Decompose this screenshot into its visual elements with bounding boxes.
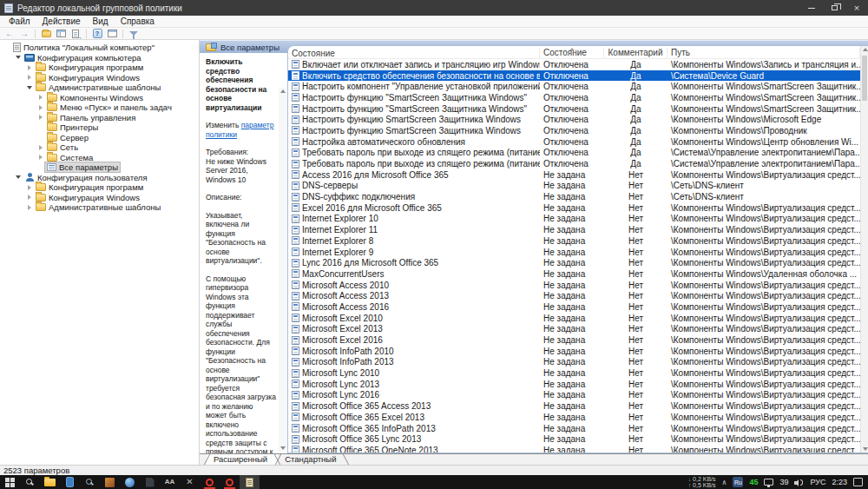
help-button[interactable]: ?: [90, 29, 104, 39]
tree-item[interactable]: Конфигурация пользователя: [0, 173, 199, 183]
Microsoft Office 365 Lync 2013[interactable]: Microsoft Office 365 Lync 2013 Не задана…: [288, 433, 860, 445]
DNS-серверы[interactable]: DNS-серверы Не задана Нет \Сеть\DNS-клие…: [288, 181, 860, 192]
Microsoft Lync 2013[interactable]: Microsoft Lync 2013 Не задана Нет \Компо…: [288, 379, 860, 390]
tree-item[interactable]: Конфигурация Windows: [0, 193, 199, 203]
tree-expand-arrow[interactable]: [25, 195, 34, 200]
tree-item[interactable]: Конфигурация программ: [0, 182, 199, 193]
volume-icon[interactable]: [794, 479, 804, 486]
column-header-path[interactable]: Путь: [667, 48, 860, 58]
Microsoft Office 365 InfoPath 2013[interactable]: Microsoft Office 365 InfoPath 2013 Не за…: [288, 423, 860, 434]
back-button[interactable]: ←: [3, 29, 16, 39]
scrollbar-thumb[interactable]: [862, 56, 867, 101]
close-button[interactable]: ×: [845, 0, 868, 16]
DNS-суффикс подключения[interactable]: DNS-суффикс подключения Не задана Нет \С…: [288, 191, 860, 202]
tree-item[interactable]: Конфигурация Windows: [0, 73, 199, 83]
tree-expand-arrow[interactable]: [25, 86, 34, 89]
menu-item[interactable]: Справка: [115, 17, 161, 26]
tree-expand-arrow[interactable]: [36, 145, 45, 150]
tree-item[interactable]: Принтеры: [0, 122, 199, 133]
column-header-setting[interactable]: Состояние: [288, 48, 540, 58]
menu-item[interactable]: Файл: [3, 17, 36, 26]
Lync 2016 для Microsoft Office 365[interactable]: Lync 2016 для Microsoft Office 365 Не за…: [288, 257, 860, 268]
tab-standard[interactable]: Стандартный: [278, 454, 346, 465]
x-app-icon[interactable]: ✕: [180, 475, 200, 489]
scroll-up-icon[interactable]: [863, 48, 868, 51]
list-scrollbar[interactable]: [860, 46, 868, 453]
Internet Explorer 11[interactable]: Internet Explorer 11 Не задана Нет \Комп…: [288, 224, 860, 235]
tree-item[interactable]: Компоненты Windows: [0, 93, 199, 103]
network-icon[interactable]: [764, 479, 773, 486]
Microsoft InfoPath 2013[interactable]: Microsoft InfoPath 2013 Не задана Нет \К…: [288, 357, 860, 368]
Настройка автоматического обновления[interactable]: Настройка автоматического обновления Отк…: [288, 136, 860, 148]
Microsoft Office 365 Excel 2013[interactable]: Microsoft Office 365 Excel 2013 Не задан…: [288, 412, 860, 423]
up-one-level-button[interactable]: [39, 29, 53, 39]
Microsoft Lync 2010[interactable]: Microsoft Lync 2010 Не задана Нет \Компо…: [288, 367, 860, 379]
Настроить функцию SmartScreen Защитника Windows[interactable]: Настроить функцию SmartScreen Защитника …: [288, 114, 860, 125]
blue-sphere-app-icon[interactable]: [120, 475, 140, 489]
scroll-down-icon[interactable]: [863, 447, 868, 451]
tree-expand-arrow[interactable]: [36, 115, 45, 120]
orange-app-icon[interactable]: [100, 475, 120, 489]
Включает или отключает запись и трансляцию игр Windows[interactable]: Включает или отключает запись и трансляц…: [288, 59, 860, 70]
network-speed-widget[interactable]: 0,2 KB/s 0,5 KB/s: [688, 476, 716, 489]
opera-icon[interactable]: [200, 475, 220, 489]
Microsoft Access 2010[interactable]: Microsoft Access 2010 Не задана Нет \Ком…: [288, 280, 860, 291]
tree-expand-arrow[interactable]: [36, 155, 45, 160]
tree-item[interactable]: Все параметры: [0, 162, 199, 173]
Microsoft InfoPath 2010[interactable]: Microsoft InfoPath 2010 Не задана Нет \К…: [288, 346, 860, 357]
Microsoft Office 365 Access 2013[interactable]: Microsoft Office 365 Access 2013 Не зада…: [288, 400, 860, 412]
filter-button[interactable]: [127, 29, 141, 39]
ru-tray-icon[interactable]: Ru: [733, 477, 743, 487]
notes-app-icon[interactable]: [140, 475, 160, 489]
detail-scrollbar[interactable]: [279, 88, 286, 452]
tree-expand-arrow[interactable]: [14, 56, 23, 59]
Microsoft Lync 2016[interactable]: Microsoft Lync 2016 Не задана Нет \Компо…: [288, 390, 860, 401]
tree-expand-arrow[interactable]: [14, 175, 23, 179]
menu-item[interactable]: Действие: [36, 17, 87, 26]
temperature-value[interactable]: 45: [749, 478, 758, 486]
clock[interactable]: 2:23: [832, 478, 847, 486]
Microsoft Excel 2016[interactable]: Microsoft Excel 2016 Не задана Нет \Комп…: [288, 334, 860, 346]
tree-item[interactable]: Сеть: [0, 142, 199, 153]
Microsoft Excel 2010[interactable]: Microsoft Excel 2010 Не задана Нет \Комп…: [288, 313, 860, 324]
gpedit-taskbar-icon[interactable]: [240, 475, 260, 489]
start-button[interactable]: [0, 475, 20, 489]
tree-item[interactable]: Административные шаблоны: [0, 202, 199, 213]
tree-expand-arrow[interactable]: [25, 75, 34, 80]
Internet Explorer 9[interactable]: Internet Explorer 9 Не задана Нет \Компо…: [288, 247, 860, 258]
language-indicator[interactable]: РУС: [810, 478, 825, 486]
Internet Explorer 10[interactable]: Internet Explorer 10 Не задана Нет \Комп…: [288, 214, 860, 225]
scroll-up-icon[interactable]: [280, 89, 286, 93]
tree-expand-arrow[interactable]: [25, 65, 34, 70]
opera-icon-2[interactable]: [220, 475, 240, 489]
tree-expand-arrow[interactable]: [25, 185, 34, 190]
Требовать пароль при выходе из спящего режима (питание от сети)[interactable]: Требовать пароль при выходе из спящего р…: [288, 158, 860, 169]
blue-app-icon[interactable]: [60, 475, 80, 489]
Требовать пароль при выходе из спящего режима (питание от батареи)[interactable]: Требовать пароль при выходе из спящего р…: [288, 148, 860, 159]
tree-item[interactable]: Конфигурация компьютера: [0, 53, 199, 63]
tree-item[interactable]: Система: [0, 153, 199, 163]
Microsoft Excel 2013[interactable]: Microsoft Excel 2013 Не задана Нет \Комп…: [288, 324, 860, 335]
magnifier-app-icon[interactable]: [80, 475, 100, 489]
search-icon[interactable]: [20, 475, 40, 489]
minimize-button[interactable]: [800, 0, 823, 16]
tree-item[interactable]: Меню «Пуск» и панель задач: [0, 102, 199, 113]
tree-item[interactable]: Конфигурация программ: [0, 63, 199, 73]
export-list-button[interactable]: [69, 29, 82, 39]
tree-item[interactable]: Политика "Локальный компьютер": [0, 43, 199, 53]
Настроить функцию "SmartScreen Защитника Windows"[interactable]: Настроить функцию "SmartScreen Защитника…: [288, 92, 860, 103]
Включить средство обеспечения безопасности на основе виртуализации[interactable]: Включить средство обеспечения безопаснос…: [288, 70, 860, 82]
forward-button[interactable]: →: [17, 29, 31, 39]
show-action-pane-button[interactable]: [105, 29, 119, 39]
tray-overflow-chevron-icon[interactable]: ∧: [722, 479, 727, 486]
scroll-down-icon[interactable]: [280, 446, 286, 450]
tree-expand-arrow[interactable]: [25, 205, 34, 210]
file-explorer-icon[interactable]: [40, 475, 60, 489]
Настроить функцию "SmartScreen Защитника Windows"[interactable]: Настроить функцию "SmartScreen Защитника…: [288, 103, 860, 115]
tree-expand-arrow[interactable]: [36, 105, 45, 110]
column-header-state[interactable]: Состояние: [540, 48, 604, 58]
tree-item[interactable]: Административные шаблоны: [0, 83, 199, 93]
Excel 2016 для Microsoft Office 365[interactable]: Excel 2016 для Microsoft Office 365 Не з…: [288, 202, 860, 214]
restore-button[interactable]: [823, 0, 845, 16]
tab-extended[interactable]: Расширенный: [207, 454, 278, 465]
